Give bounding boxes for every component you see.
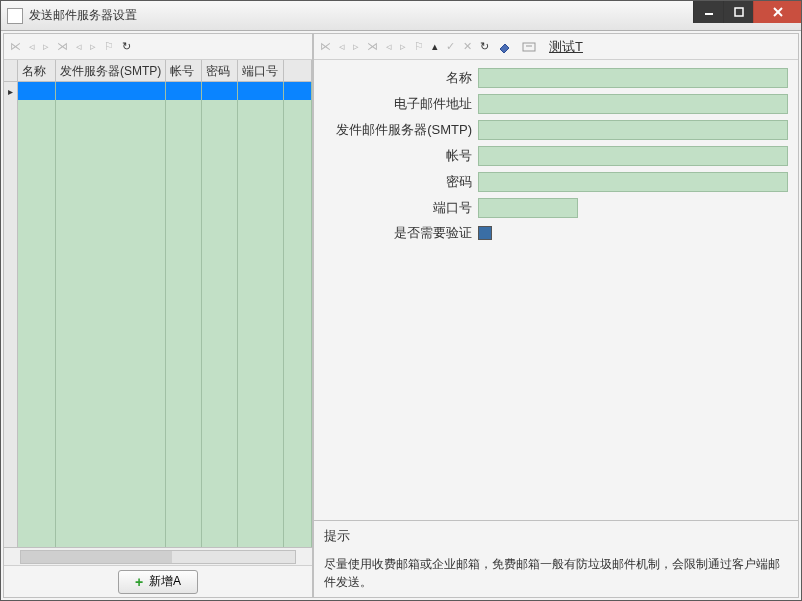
col-password[interactable]: 密码 bbox=[202, 60, 238, 81]
triangle-up-icon[interactable]: ▴ bbox=[432, 40, 438, 53]
window: 发送邮件服务器设置 ⋉ ◃ ▹ ⋊ ◃ ▹ ⚐ ↻ bbox=[0, 0, 802, 601]
add-button-label: 新增A bbox=[149, 573, 181, 590]
nav-prev2-icon: ◃ bbox=[386, 40, 392, 53]
grid-header: 名称 发件服务器(SMTP) 帐号 密码 端口号 bbox=[4, 60, 312, 82]
right-toolbar: ⋉ ◃ ▹ ⋊ ◃ ▹ ⚐ ▴ ✓ ✕ ↻ 测试T bbox=[314, 34, 798, 60]
cancel-icon: ✕ bbox=[463, 40, 472, 53]
refresh-icon[interactable]: ↻ bbox=[122, 40, 131, 53]
input-account[interactable] bbox=[478, 146, 788, 166]
input-name[interactable] bbox=[478, 68, 788, 88]
grid-body[interactable]: ▸ bbox=[4, 82, 312, 547]
window-title: 发送邮件服务器设置 bbox=[29, 7, 693, 24]
nav-next-icon: ▹ bbox=[353, 40, 359, 53]
nav-prev2-icon: ◃ bbox=[76, 40, 82, 53]
label-account: 帐号 bbox=[314, 147, 478, 165]
input-password[interactable] bbox=[478, 172, 788, 192]
grid[interactable]: 名称 发件服务器(SMTP) 帐号 密码 端口号 ▸ bbox=[4, 60, 312, 565]
label-smtp: 发件邮件服务器(SMTP) bbox=[314, 121, 478, 139]
plus-icon: + bbox=[135, 574, 143, 590]
horizontal-scrollbar[interactable] bbox=[4, 547, 312, 565]
window-controls bbox=[693, 1, 801, 23]
undo-icon: ✓ bbox=[446, 40, 455, 53]
add-button[interactable]: + 新增A bbox=[118, 570, 198, 594]
nav-prev-icon: ◃ bbox=[339, 40, 345, 53]
nav-first-icon: ⋉ bbox=[320, 40, 331, 53]
nav-first-icon: ⋉ bbox=[10, 40, 21, 53]
form-area-wrap: 名称 电子邮件地址 发件邮件服务器(SMTP) 帐号 bbox=[314, 60, 798, 597]
tip-body: 尽量使用收费邮箱或企业邮箱，免费邮箱一般有防垃圾邮件机制，会限制通过客户端邮件发… bbox=[324, 555, 788, 591]
input-port[interactable] bbox=[478, 198, 578, 218]
col-account[interactable]: 帐号 bbox=[166, 60, 202, 81]
svg-rect-4 bbox=[523, 43, 535, 51]
row-indicator-header bbox=[4, 60, 18, 81]
left-panel: ⋉ ◃ ▹ ⋊ ◃ ▹ ⚐ ↻ 名称 发件服务器(SMTP) 帐号 密码 端口号 bbox=[3, 33, 313, 598]
maximize-button[interactable] bbox=[723, 1, 753, 23]
eraser-icon[interactable] bbox=[497, 39, 513, 55]
nav-next-icon: ▹ bbox=[43, 40, 49, 53]
test-button[interactable]: 测试T bbox=[549, 38, 583, 56]
minimize-button[interactable] bbox=[693, 1, 723, 23]
svg-rect-1 bbox=[735, 8, 743, 16]
label-port: 端口号 bbox=[314, 199, 478, 217]
bookmark-icon: ⚐ bbox=[104, 40, 114, 53]
nav-last-icon: ⋊ bbox=[367, 40, 378, 53]
tip-section: 提示 尽量使用收费邮箱或企业邮箱，免费邮箱一般有防垃圾邮件机制，会限制通过客户端… bbox=[314, 520, 798, 597]
refresh-icon[interactable]: ↻ bbox=[480, 40, 489, 53]
input-email[interactable] bbox=[478, 94, 788, 114]
titlebar: 发送邮件服务器设置 bbox=[1, 1, 801, 31]
left-toolbar: ⋉ ◃ ▹ ⋊ ◃ ▹ ⚐ ↻ bbox=[4, 34, 312, 60]
nav-last-icon: ⋊ bbox=[57, 40, 68, 53]
col-smtp[interactable]: 发件服务器(SMTP) bbox=[56, 60, 166, 81]
checkbox-auth[interactable] bbox=[478, 226, 492, 240]
nav-next2-icon: ▹ bbox=[400, 40, 406, 53]
label-auth: 是否需要验证 bbox=[314, 224, 478, 242]
tip-heading: 提示 bbox=[324, 527, 788, 545]
goto-icon[interactable] bbox=[521, 39, 537, 55]
col-extra bbox=[284, 60, 312, 81]
nav-prev-icon: ◃ bbox=[29, 40, 35, 53]
label-email: 电子邮件地址 bbox=[314, 95, 478, 113]
label-password: 密码 bbox=[314, 173, 478, 191]
app-icon bbox=[7, 8, 23, 24]
col-name[interactable]: 名称 bbox=[18, 60, 56, 81]
row-pointer-icon: ▸ bbox=[4, 82, 17, 100]
left-bottom-bar: + 新增A bbox=[4, 565, 312, 597]
nav-next2-icon: ▹ bbox=[90, 40, 96, 53]
content: ⋉ ◃ ▹ ⋊ ◃ ▹ ⚐ ↻ 名称 发件服务器(SMTP) 帐号 密码 端口号 bbox=[1, 31, 801, 600]
input-smtp[interactable] bbox=[478, 120, 788, 140]
label-name: 名称 bbox=[314, 69, 478, 87]
form: 名称 电子邮件地址 发件邮件服务器(SMTP) 帐号 bbox=[314, 60, 798, 252]
right-panel: ⋉ ◃ ▹ ⋊ ◃ ▹ ⚐ ▴ ✓ ✕ ↻ 测试T bbox=[313, 33, 799, 598]
col-port[interactable]: 端口号 bbox=[238, 60, 284, 81]
table-row[interactable] bbox=[18, 82, 312, 100]
close-button[interactable] bbox=[753, 1, 801, 23]
bookmark-icon: ⚐ bbox=[414, 40, 424, 53]
